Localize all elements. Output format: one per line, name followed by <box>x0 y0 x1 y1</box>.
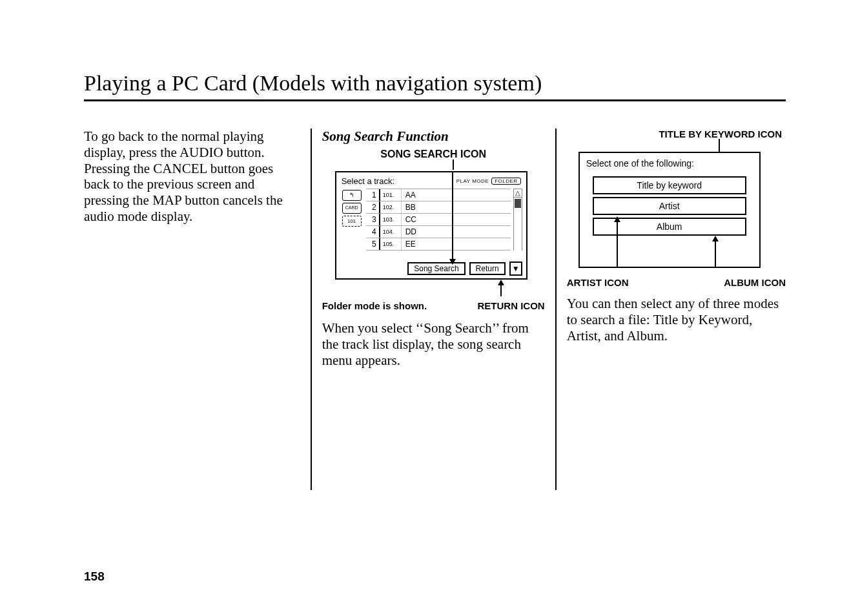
column-separator-1 <box>311 128 312 490</box>
card-icon[interactable]: CARD <box>342 203 362 214</box>
row-name: EE <box>402 238 511 250</box>
row-name: AA <box>402 189 511 201</box>
svg-marker-9 <box>712 236 719 241</box>
up-folder-icon[interactable]: ↰ <box>342 190 362 201</box>
song-search-icon-label: SONG SEARCH ICON <box>322 149 545 161</box>
pointer-to-return-icon <box>322 280 555 298</box>
table-row[interactable]: 1 101. AA <box>366 189 511 201</box>
row-file: 105. <box>380 238 402 250</box>
play-mode-badge: PLAY MODE FOLDER <box>456 178 521 185</box>
row-index: 5 <box>366 238 380 250</box>
return-button[interactable]: Return <box>469 262 506 275</box>
row-file: 101. <box>380 189 402 201</box>
table-row[interactable]: 2 102. BB <box>366 201 511 213</box>
folder-mode-label: Folder mode is shown. <box>322 300 427 312</box>
row-file: 102. <box>380 201 402 213</box>
table-row[interactable]: 3 103. CC <box>366 213 511 225</box>
svg-marker-3 <box>498 280 504 285</box>
row-index: 2 <box>366 201 380 213</box>
track-list: 1 101. AA 2 102. BB 3 103. CC <box>366 189 511 251</box>
col1-paragraph: To go back to the normal playing display… <box>84 128 300 225</box>
title-by-keyword-label: TITLE BY KEYWORD ICON <box>567 128 786 140</box>
row-file: 104. <box>380 226 402 238</box>
row-name: DD <box>402 226 511 238</box>
col3-paragraph: You can then select any of three modes t… <box>567 296 786 344</box>
select-track-prompt: Select a track: <box>342 176 394 186</box>
return-icon-label: RETURN ICON <box>477 300 544 312</box>
artist-button[interactable]: Artist <box>593 197 746 215</box>
table-row[interactable]: 5 105. EE <box>366 238 511 251</box>
album-button[interactable]: Album <box>593 218 746 236</box>
select-one-prompt: Select one of the following: <box>580 153 759 174</box>
album-icon-label: ALBUM ICON <box>724 277 786 289</box>
table-row[interactable]: 4 104. DD <box>366 225 511 238</box>
select-one-screen: Select one of the following: Title by ke… <box>578 152 761 268</box>
scroll-track[interactable] <box>513 198 522 251</box>
track-list-screen: Select a track: PLAY MODE FOLDER ↰ CARD … <box>335 171 527 280</box>
row-index: 4 <box>366 226 380 238</box>
song-search-button[interactable]: Song Search <box>407 262 465 275</box>
scrollbar[interactable]: △ <box>513 189 522 251</box>
play-mode-label: PLAY MODE <box>456 178 489 184</box>
song-search-subheading: Song Search Function <box>322 128 545 145</box>
row-index: 1 <box>366 189 380 201</box>
title-by-keyword-button[interactable]: Title by keyword <box>593 176 746 194</box>
artist-icon-label: ARTIST ICON <box>567 277 629 289</box>
play-mode-value[interactable]: FOLDER <box>491 178 520 185</box>
row-index: 3 <box>366 214 380 225</box>
row-name: BB <box>402 201 511 213</box>
title-rule <box>84 99 786 101</box>
column-separator-2 <box>555 128 557 490</box>
scroll-up-icon[interactable]: △ <box>513 189 522 198</box>
scroll-thumb[interactable] <box>515 199 521 208</box>
folder-icon[interactable]: 101 <box>342 216 362 227</box>
col2-paragraph: When you select ‘‘Song Search’’ from the… <box>322 320 545 368</box>
page-title: Playing a PC Card (Models with navigatio… <box>84 71 786 96</box>
scroll-down-icon[interactable]: ▼ <box>509 262 522 276</box>
page-number: 158 <box>84 570 105 584</box>
row-file: 103. <box>380 214 402 225</box>
row-name: CC <box>402 214 511 225</box>
